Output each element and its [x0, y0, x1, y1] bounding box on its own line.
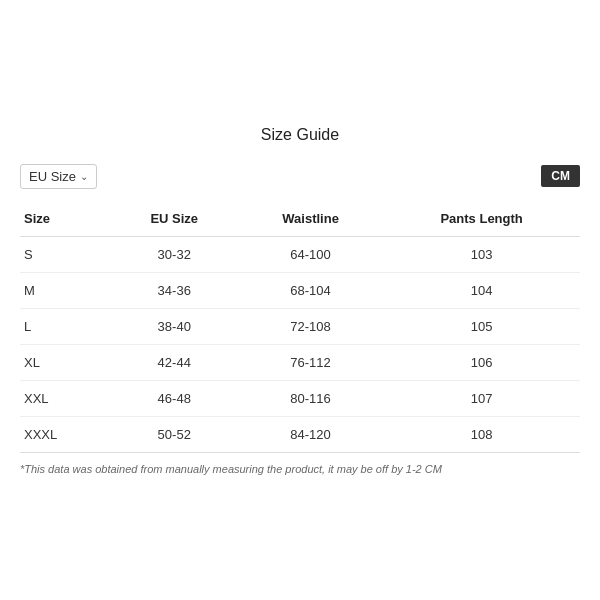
col-pants-length: Pants Length [383, 201, 580, 237]
col-size: Size [20, 201, 111, 237]
size-guide-container: Size Guide EU Size ⌄ CM Size EU Size Wai… [20, 106, 580, 495]
col-waistline: Waistline [238, 201, 383, 237]
cell-size: L [20, 308, 111, 344]
footnote: *This data was obtained from manually me… [20, 463, 580, 475]
col-eu-size: EU Size [111, 201, 238, 237]
table-row: XXL 46-48 80-116 107 [20, 380, 580, 416]
eu-size-dropdown[interactable]: EU Size ⌄ [20, 164, 97, 189]
cell-size: XL [20, 344, 111, 380]
cell-eu-size: 42-44 [111, 344, 238, 380]
cell-eu-size: 46-48 [111, 380, 238, 416]
cell-waistline: 84-120 [238, 416, 383, 452]
cell-eu-size: 50-52 [111, 416, 238, 452]
cell-waistline: 68-104 [238, 272, 383, 308]
cell-pants-length: 106 [383, 344, 580, 380]
dropdown-label: EU Size [29, 169, 76, 184]
cell-waistline: 80-116 [238, 380, 383, 416]
table-row: XL 42-44 76-112 106 [20, 344, 580, 380]
page-title: Size Guide [20, 126, 580, 144]
table-row: XXXL 50-52 84-120 108 [20, 416, 580, 452]
cell-size: S [20, 236, 111, 272]
table-row: S 30-32 64-100 103 [20, 236, 580, 272]
cell-eu-size: 38-40 [111, 308, 238, 344]
cell-eu-size: 34-36 [111, 272, 238, 308]
chevron-down-icon: ⌄ [80, 171, 88, 182]
cell-eu-size: 30-32 [111, 236, 238, 272]
unit-badge[interactable]: CM [541, 165, 580, 187]
table-row: M 34-36 68-104 104 [20, 272, 580, 308]
cell-waistline: 72-108 [238, 308, 383, 344]
cell-waistline: 64-100 [238, 236, 383, 272]
cell-waistline: 76-112 [238, 344, 383, 380]
cell-pants-length: 104 [383, 272, 580, 308]
cell-pants-length: 105 [383, 308, 580, 344]
cell-size: M [20, 272, 111, 308]
table-row: L 38-40 72-108 105 [20, 308, 580, 344]
size-table: Size EU Size Waistline Pants Length S 30… [20, 201, 580, 453]
cell-size: XXL [20, 380, 111, 416]
cell-pants-length: 108 [383, 416, 580, 452]
cell-size: XXXL [20, 416, 111, 452]
cell-pants-length: 107 [383, 380, 580, 416]
table-header-row: Size EU Size Waistline Pants Length [20, 201, 580, 237]
controls-bar: EU Size ⌄ CM [20, 164, 580, 189]
cell-pants-length: 103 [383, 236, 580, 272]
